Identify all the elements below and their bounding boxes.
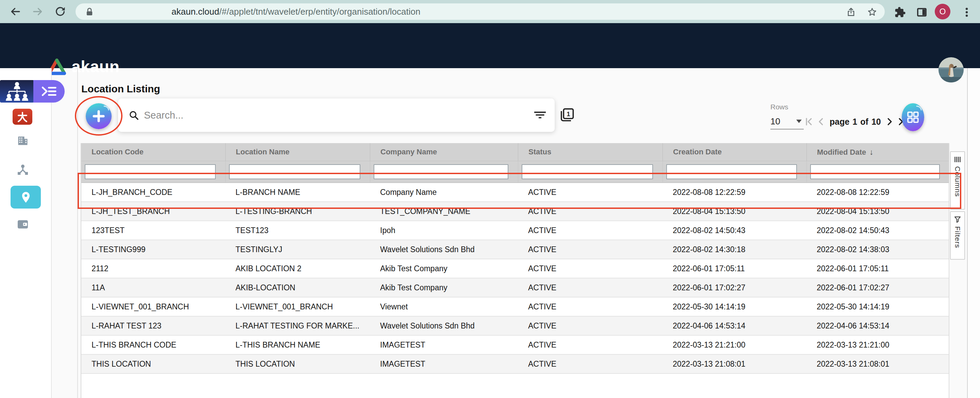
column-header-company-name[interactable]: Company Name xyxy=(370,143,518,161)
table-cell: 2022-03-13 21:21:00 xyxy=(807,336,950,354)
sidebar-item-cjk-app[interactable] xyxy=(13,109,32,125)
table-cell: ACTIVE xyxy=(518,202,662,221)
app-logo: akaun xyxy=(47,57,119,76)
grid-view-icon xyxy=(907,111,919,123)
table-cell: L-TESTING999 xyxy=(81,240,225,259)
tab-columns-label: Columns xyxy=(953,166,962,197)
table-cell: Ipoh xyxy=(370,221,518,240)
filter-funnel-icon xyxy=(954,216,961,223)
forward-icon[interactable] xyxy=(32,6,43,18)
tab-columns[interactable]: Columns xyxy=(950,151,965,209)
flyout-menu-icon xyxy=(41,86,57,97)
next-page-icon[interactable] xyxy=(885,117,894,127)
page-word: page xyxy=(830,117,850,127)
table-cell: 2022-08-02 14:50:43 xyxy=(662,221,807,240)
table-cell: 2022-08-02 14:50:43 xyxy=(807,221,950,240)
table-row[interactable]: 2112AKIB LOCATION 2Akib Test CompanyACTI… xyxy=(81,259,949,278)
filter-input-creation-date[interactable] xyxy=(666,164,797,179)
column-header-location-name[interactable]: Location Name xyxy=(225,143,370,161)
prev-page-icon[interactable] xyxy=(816,117,826,127)
table-row[interactable]: L-THIS BRANCH CODEL-THIS BRANCH NAMEIMAG… xyxy=(81,336,949,355)
building-icon[interactable] xyxy=(17,134,29,147)
add-location-button[interactable] xyxy=(86,103,111,129)
table-cell: 123TEST xyxy=(81,221,225,240)
device-hub-icon[interactable] xyxy=(16,163,30,176)
table-cell: 2022-08-04 15:13:50 xyxy=(662,202,807,221)
extensions-puzzle-icon[interactable] xyxy=(894,6,906,18)
table-cell: Viewnet xyxy=(370,297,518,316)
total-pages: 10 xyxy=(872,117,881,127)
table-row[interactable]: L-VIEWNET_001_BRANCHL-VIEWNET_001_BRANCH… xyxy=(81,297,949,316)
table-cell: 2022-06-01 17:05:11 xyxy=(662,259,807,278)
column-header-status[interactable]: Status xyxy=(518,143,662,161)
column-header-modified-date[interactable]: Modified Date↓ xyxy=(807,143,950,161)
rows-per-page-label: Rows xyxy=(770,103,788,111)
table-cell: Akib Test Company xyxy=(370,278,518,297)
table-cell: L-THIS BRANCH NAME xyxy=(225,336,370,354)
table-cell: ACTIVE xyxy=(518,240,662,259)
column-header-creation-date[interactable]: Creation Date xyxy=(662,143,807,161)
address-bar[interactable]: akaun.cloud/#/applet/tnt/wavelet/erp/ent… xyxy=(76,3,885,20)
table-cell: 2112 xyxy=(81,259,225,278)
table-cell: 2022-03-13 21:08:01 xyxy=(662,355,807,373)
scrollbar[interactable] xyxy=(967,68,980,398)
table-row[interactable]: L-RAHAT TEST 123L-RAHAT TESTING FOR MARK… xyxy=(81,316,949,336)
kebab-menu-icon[interactable] xyxy=(961,6,972,18)
table-cell: AKIB-LOCATION xyxy=(225,278,370,297)
org-chart-icon xyxy=(5,82,29,101)
table-row[interactable]: L-TESTING999TESTINGLYJWavelet Solutions … xyxy=(81,240,949,259)
wallet-icon[interactable] xyxy=(16,217,30,231)
page-indicator: page 1 of 10 xyxy=(830,117,881,127)
table-cell: 2022-08-04 15:13:50 xyxy=(807,202,950,221)
side-panel-icon[interactable] xyxy=(916,6,928,18)
url-text: akaun.cloud/#/applet/tnt/wavelet/erp/ent… xyxy=(172,3,420,20)
user-avatar[interactable] xyxy=(939,57,964,83)
search-input[interactable] xyxy=(144,110,534,121)
table-row[interactable]: 11AAKIB-LOCATIONAkib Test CompanyACTIVE2… xyxy=(81,278,949,297)
table-cell: 2022-08-08 12:22:59 xyxy=(807,183,950,201)
table-cell: ACTIVE xyxy=(518,221,662,240)
table-row[interactable]: 123TESTTEST123IpohACTIVE2022-08-02 14:50… xyxy=(81,221,949,240)
first-page-icon[interactable] xyxy=(804,117,814,127)
table-cell: 2022-05-30 14:14:19 xyxy=(807,297,950,316)
table-cell: AKIB LOCATION 2 xyxy=(225,259,370,278)
filter-input-company-name[interactable] xyxy=(374,164,508,179)
browser-profile-avatar[interactable]: O xyxy=(935,4,950,19)
table-cell: 2022-03-13 21:21:00 xyxy=(662,336,807,354)
table-cell: L-THIS BRANCH CODE xyxy=(81,336,225,354)
table-cell: 2022-08-02 14:38:03 xyxy=(807,240,950,259)
svg-text:1: 1 xyxy=(566,110,570,118)
table-cell: Company Name xyxy=(370,183,518,201)
sidebar-item-organisation[interactable] xyxy=(0,80,34,102)
table-row[interactable]: L-JH_BRANCH_CODEL-BRANCH NAMECompany Nam… xyxy=(81,183,949,202)
table-row[interactable]: THIS LOCATIONTHIS LOCATIONIMAGETESTACTIV… xyxy=(81,355,949,374)
table-cell: 2022-08-08 12:22:59 xyxy=(662,183,807,201)
sidebar-flyout-toggle[interactable] xyxy=(33,80,65,102)
filter-input-location-code[interactable] xyxy=(85,164,216,179)
filter-input-location-name[interactable] xyxy=(229,164,360,179)
bookmark-star-icon[interactable] xyxy=(867,7,877,17)
table-cell: L-RAHAT TEST 123 xyxy=(81,316,225,335)
table-cell: 2022-04-06 14:53:14 xyxy=(662,316,807,335)
sidebar-item-location[interactable] xyxy=(11,186,41,209)
tab-filters[interactable]: Filters xyxy=(950,211,965,260)
plus-icon xyxy=(92,109,106,123)
rows-per-page-select[interactable]: 10 xyxy=(770,114,804,129)
sort-desc-icon: ↓ xyxy=(869,147,873,157)
filter-one-icon[interactable]: 1 xyxy=(558,106,576,124)
table-cell: 2022-06-01 17:05:11 xyxy=(807,259,950,278)
column-header-location-code[interactable]: Location Code xyxy=(81,143,225,161)
location-pin-icon xyxy=(19,191,32,204)
back-icon[interactable] xyxy=(10,6,21,18)
grid-view-button[interactable] xyxy=(902,103,924,131)
share-icon[interactable] xyxy=(846,7,856,17)
filter-lines-icon[interactable] xyxy=(534,111,546,119)
sidebar xyxy=(0,68,52,398)
cjk-app-icon xyxy=(17,111,28,123)
table-cell: TESTINGLYJ xyxy=(225,240,370,259)
filter-input-modified-date[interactable] xyxy=(810,164,940,179)
filter-input-status[interactable] xyxy=(522,164,653,179)
table-row[interactable]: L-JH_TEST_BRANCHL-TESTING-BRANCHTEST_COM… xyxy=(81,202,949,221)
reload-icon[interactable] xyxy=(54,6,66,18)
table-cell: ACTIVE xyxy=(518,278,662,297)
